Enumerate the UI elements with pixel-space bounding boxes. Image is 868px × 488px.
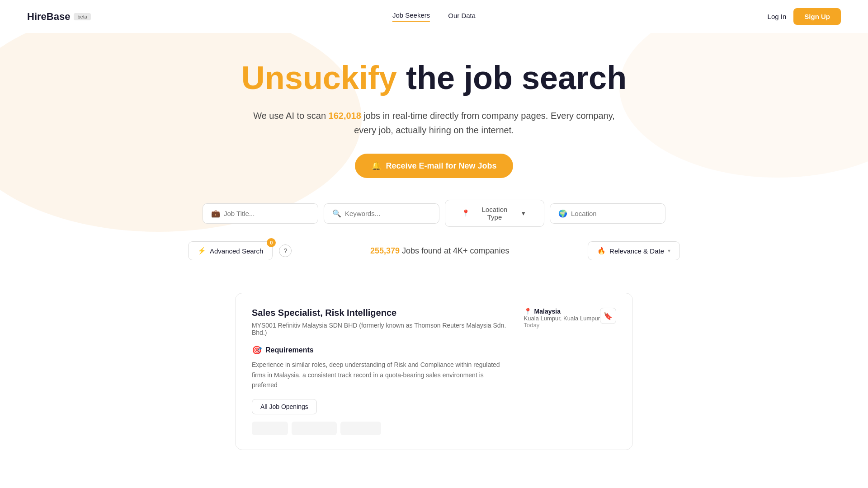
keywords-field[interactable]: 🔍 xyxy=(324,203,439,224)
relevance-button[interactable]: 🔥 Relevance & Date ▾ xyxy=(588,241,680,260)
requirements-icon: 🎯 xyxy=(252,345,262,355)
nav-center: Job Seekers Our Data xyxy=(392,11,476,22)
companies-count: 4K+ companies xyxy=(453,246,509,255)
help-icon[interactable]: ? xyxy=(279,244,292,257)
search-options-row: ⚡ Advanced Search 0 ? 255,379 Jobs found… xyxy=(27,241,841,260)
location-input[interactable] xyxy=(571,210,657,217)
hero-subtitle-pre: We use AI to scan xyxy=(253,111,328,121)
logo-wrap: HireBase beta xyxy=(27,11,91,23)
bookmark-icon: 🔖 xyxy=(604,312,613,320)
hero-subtitle: We use AI to scan 162,018 jobs in real-t… xyxy=(253,108,615,137)
location-type-field[interactable]: 📍 Location Type ▾ xyxy=(445,200,544,227)
relevance-icon: 🔥 xyxy=(597,247,606,255)
hero-title-dark: the job search xyxy=(397,60,627,96)
hero-title: Unsuckify the job search xyxy=(27,60,841,96)
location-type-label: Location Type xyxy=(482,206,508,221)
job-title-input[interactable] xyxy=(224,210,310,217)
job-main: Sales Specialist, Risk Intelligence MYS0… xyxy=(252,308,509,435)
signup-button[interactable]: Sign Up xyxy=(793,8,841,25)
nav-our-data[interactable]: Our Data xyxy=(448,12,476,21)
keywords-input[interactable] xyxy=(345,210,431,217)
jobs-count-number: 255,379 xyxy=(370,246,400,255)
hero-subtitle-count: 162,018 xyxy=(329,111,361,121)
email-btn[interactable]: 🔔 Receive E-mail for New Jobs xyxy=(355,154,513,178)
advanced-search-button[interactable]: ⚡ Advanced Search 0 xyxy=(188,241,273,260)
advanced-search-badge: 0 xyxy=(267,238,276,247)
job-location-country: 📍 Malaysia xyxy=(524,308,600,315)
question-mark-icon: ? xyxy=(284,247,288,254)
hero-subtitle-post: jobs in real-time directly from company … xyxy=(354,111,615,135)
login-button[interactable]: Log In xyxy=(768,13,787,20)
job-city: Kuala Lumpur, Kuala Lumpur xyxy=(524,315,600,322)
logo-base: Base xyxy=(47,11,71,22)
job-list: Sales Specialist, Risk Intelligence MYS0… xyxy=(208,293,660,450)
tag-item xyxy=(292,422,337,435)
email-btn-label: Receive E-mail for New Jobs xyxy=(386,161,496,171)
relevance-chevron-icon: ▾ xyxy=(668,248,670,254)
job-title: Sales Specialist, Risk Intelligence xyxy=(252,308,509,318)
job-location-wrap: 📍 Malaysia Kuala Lumpur, Kuala Lumpur To… xyxy=(524,308,600,328)
location-icon: 🌍 xyxy=(558,209,567,218)
left-options: ⚡ Advanced Search 0 ? xyxy=(188,241,292,260)
advanced-search-icon: ⚡ xyxy=(198,247,206,255)
bookmark-button[interactable]: 🔖 xyxy=(600,308,616,324)
chevron-down-icon: ▾ xyxy=(511,209,536,217)
logo-hire: Hire xyxy=(27,11,47,22)
nav-right: Log In Sign Up xyxy=(768,8,841,25)
tag-item xyxy=(340,422,381,435)
keywords-icon: 🔍 xyxy=(332,209,341,218)
job-country: Malaysia xyxy=(534,308,561,315)
jobs-count: 255,379 Jobs found at 4K+ companies xyxy=(370,246,509,256)
job-title-icon: 💼 xyxy=(211,209,220,218)
search-bar: 💼 🔍 📍 Location Type ▾ 🌍 xyxy=(27,200,841,227)
requirements-header: 🎯 Requirements xyxy=(252,345,509,355)
job-side: 📍 Malaysia Kuala Lumpur, Kuala Lumpur To… xyxy=(524,308,616,435)
logo: HireBase xyxy=(27,11,70,23)
hero-content: Unsuckify the job search We use AI to sc… xyxy=(27,60,841,260)
location-field[interactable]: 🌍 xyxy=(550,203,665,224)
tag-item xyxy=(252,422,288,435)
all-openings-button[interactable]: All Job Openings xyxy=(252,399,317,414)
jobs-count-suffix: Jobs found at xyxy=(400,246,453,255)
job-card: Sales Specialist, Risk Intelligence MYS0… xyxy=(235,293,633,450)
job-company: MYS001 Refinitiv Malaysia SDN BHD (forme… xyxy=(252,322,509,336)
job-description: Experience in similar roles, deep unders… xyxy=(252,360,509,390)
location-type-icon: 📍 xyxy=(453,209,478,217)
location-pin-icon: 📍 xyxy=(524,308,532,315)
navbar: HireBase beta Job Seekers Our Data Log I… xyxy=(0,0,868,33)
tag-row xyxy=(252,422,509,435)
job-title-field[interactable]: 💼 xyxy=(203,203,318,224)
advanced-search-label: Advanced Search xyxy=(210,247,263,255)
job-date: Today xyxy=(524,322,600,328)
hero-section: Unsuckify the job search We use AI to sc… xyxy=(0,33,868,293)
beta-badge: beta xyxy=(74,13,90,20)
nav-job-seekers[interactable]: Job Seekers xyxy=(392,11,430,22)
hero-title-orange: Unsuckify xyxy=(241,60,397,96)
requirements-label: Requirements xyxy=(265,346,314,354)
relevance-label: Relevance & Date xyxy=(609,247,664,255)
email-btn-icon: 🔔 xyxy=(371,161,381,171)
